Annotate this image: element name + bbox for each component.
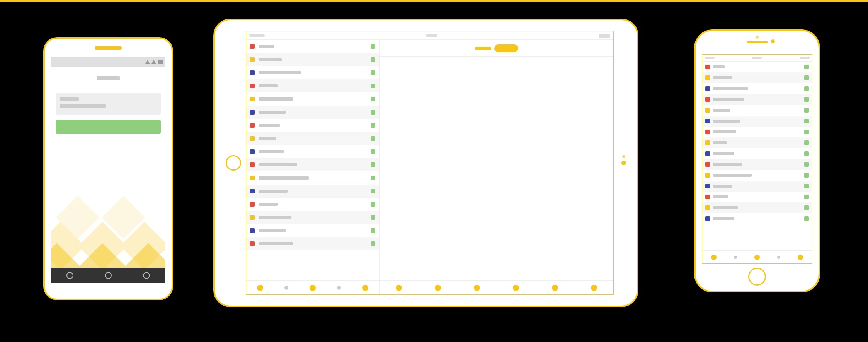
list-item[interactable]	[246, 171, 379, 185]
tab-item[interactable]	[474, 285, 480, 291]
status-indicator-icon	[804, 65, 809, 69]
list-item[interactable]	[246, 198, 379, 211]
list-item[interactable]	[246, 224, 379, 237]
status-indicator-icon	[804, 216, 809, 221]
color-tag-icon	[250, 162, 255, 167]
nav-back-button[interactable]	[66, 272, 73, 279]
tab-item[interactable]	[396, 285, 402, 291]
nav-recent-button[interactable]	[143, 272, 150, 279]
color-tag-icon	[705, 130, 710, 134]
item-label	[713, 217, 734, 220]
nav-home-button[interactable]	[105, 272, 112, 279]
list-item[interactable]	[246, 158, 379, 171]
signal-icon	[145, 60, 150, 64]
status-indicator-icon	[371, 215, 375, 220]
list-item[interactable]	[702, 192, 812, 202]
list-item[interactable]	[246, 211, 379, 224]
list-item[interactable]	[246, 66, 379, 79]
background-pattern	[51, 167, 165, 268]
list-item[interactable]	[702, 127, 812, 137]
item-label	[713, 141, 727, 144]
status-indicator-icon	[804, 173, 809, 178]
tab-item[interactable]	[711, 255, 717, 260]
item-label	[713, 65, 725, 68]
list-item[interactable]	[702, 94, 812, 105]
carrier-icon	[249, 34, 265, 37]
iphone-screen	[702, 54, 812, 264]
tab-item[interactable]	[435, 285, 441, 291]
color-tag-icon	[705, 162, 710, 167]
primary-button[interactable]	[56, 120, 161, 134]
status-indicator-icon	[371, 162, 375, 167]
status-indicator-icon	[371, 57, 375, 62]
color-tag-icon	[705, 119, 710, 123]
list-item[interactable]	[246, 119, 379, 132]
item-label	[713, 98, 744, 101]
item-label	[713, 152, 734, 155]
tab-item[interactable]	[754, 255, 760, 260]
segmented-control[interactable]	[380, 40, 613, 57]
list-item[interactable]	[246, 237, 379, 250]
iphone-status-bar	[702, 55, 812, 62]
list-item[interactable]	[246, 53, 379, 66]
tab-item[interactable]	[257, 285, 263, 291]
iphone-tab-bar	[702, 250, 812, 263]
tablet-home-button[interactable]	[226, 155, 241, 171]
tab-item[interactable]	[591, 285, 597, 291]
tablet-screen	[246, 31, 614, 295]
color-tag-icon	[250, 215, 255, 220]
list-item[interactable]	[702, 213, 812, 224]
tablet-detail-pane	[380, 40, 613, 294]
segment-option-1[interactable]	[475, 47, 491, 50]
list-item[interactable]	[246, 185, 379, 198]
status-indicator-icon	[804, 162, 809, 167]
list-item[interactable]	[246, 79, 379, 92]
list-item[interactable]	[246, 106, 379, 119]
list-item[interactable]	[246, 132, 379, 145]
item-label	[259, 190, 288, 193]
tab-item[interactable]	[362, 285, 368, 291]
list-item[interactable]	[246, 40, 379, 53]
color-tag-icon	[250, 57, 255, 62]
segment-option-2-selected[interactable]	[494, 44, 518, 52]
item-label	[259, 242, 293, 245]
list-item[interactable]	[702, 72, 812, 83]
color-tag-icon	[705, 195, 710, 199]
tab-item[interactable]	[552, 285, 558, 291]
list-scroll[interactable]	[246, 40, 379, 280]
list-item[interactable]	[702, 83, 812, 94]
list-item[interactable]	[702, 202, 812, 213]
status-indicator-icon	[371, 228, 375, 233]
tab-item[interactable]	[513, 285, 519, 291]
color-tag-icon	[250, 202, 255, 207]
list-item[interactable]	[702, 62, 812, 72]
list-item[interactable]	[702, 159, 812, 170]
list-item[interactable]	[702, 105, 812, 116]
color-tag-icon	[250, 136, 255, 141]
list-item[interactable]	[702, 170, 812, 181]
list-item[interactable]	[246, 145, 379, 158]
tab-item[interactable]	[284, 286, 288, 290]
list-item[interactable]	[702, 148, 812, 159]
iphone-home-button[interactable]	[748, 268, 766, 286]
list-item[interactable]	[702, 181, 812, 192]
tab-item[interactable]	[798, 255, 803, 260]
android-earpiece	[95, 46, 122, 50]
status-indicator-icon	[371, 189, 375, 193]
tab-item[interactable]	[734, 256, 737, 259]
tab-item[interactable]	[777, 256, 780, 259]
tab-item[interactable]	[310, 285, 316, 291]
time-placeholder	[426, 34, 437, 37]
battery-icon	[599, 34, 610, 38]
status-indicator-icon	[371, 176, 375, 180]
list-item[interactable]	[702, 116, 812, 127]
status-indicator-icon	[371, 149, 375, 154]
color-tag-icon	[705, 108, 710, 113]
tab-item[interactable]	[337, 286, 341, 290]
color-tag-icon	[250, 228, 255, 233]
list-item[interactable]	[702, 137, 812, 148]
list-scroll[interactable]	[702, 62, 812, 250]
status-indicator-icon	[371, 70, 375, 75]
item-label	[259, 45, 274, 48]
list-item[interactable]	[246, 92, 379, 106]
